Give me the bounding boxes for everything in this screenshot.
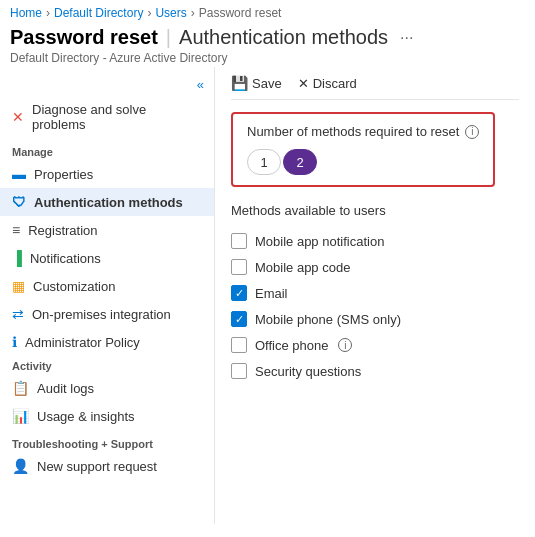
method-security-questions-label: Security questions [255,364,361,379]
registration-icon: ≡ [12,222,20,238]
main-layout: « ✕ Diagnose and solve problems Manage ▬… [0,67,535,524]
checkbox-security-questions[interactable] [231,363,247,379]
notifications-icon: ▐ [12,250,22,266]
sidebar-properties-label: Properties [34,167,93,182]
methods-required-label: Number of methods required to reset i [247,124,479,139]
sidebar-audit-label: Audit logs [37,381,94,396]
sidebar-collapse-button[interactable]: « [0,73,214,96]
sidebar-item-auth-methods[interactable]: 🛡 Authentication methods [0,188,214,216]
sidebar-support-label: Troubleshooting + Support [0,430,214,452]
diagnose-icon: ✕ [12,109,24,125]
discard-icon: ✕ [298,76,309,91]
sidebar-notifications-label: Notifications [30,251,101,266]
method-email-label: Email [255,286,288,301]
method-mobile-phone: Mobile phone (SMS only) [231,306,519,332]
sidebar-item-policy[interactable]: ℹ Administrator Policy [0,328,214,356]
page-header: Password reset | Authentication methods … [0,22,535,67]
method-email: Email [231,280,519,306]
sidebar-auth-label: Authentication methods [34,195,183,210]
sidebar-item-audit[interactable]: 📋 Audit logs [0,374,214,402]
sidebar-diagnose-label: Diagnose and solve problems [32,102,202,132]
auth-methods-icon: 🛡 [12,194,26,210]
sidebar-item-notifications[interactable]: ▐ Notifications [0,244,214,272]
sidebar-registration-label: Registration [28,223,97,238]
support-icon: 👤 [12,458,29,474]
audit-icon: 📋 [12,380,29,396]
sidebar-item-usage[interactable]: 📊 Usage & insights [0,402,214,430]
sidebar-usage-label: Usage & insights [37,409,135,424]
sidebar: « ✕ Diagnose and solve problems Manage ▬… [0,67,215,524]
breadcrumb-directory[interactable]: Default Directory [54,6,143,20]
page-description: Default Directory - Azure Active Directo… [10,51,525,65]
checkbox-email[interactable] [231,285,247,301]
method-security-questions: Security questions [231,358,519,384]
discard-label: Discard [313,76,357,91]
methods-required-info-icon[interactable]: i [465,125,479,139]
method-mobile-app-notification-label: Mobile app notification [255,234,384,249]
sidebar-customization-label: Customization [33,279,115,294]
method-mobile-app-code-label: Mobile app code [255,260,350,275]
method-mobile-phone-label: Mobile phone (SMS only) [255,312,401,327]
breadcrumb-home[interactable]: Home [10,6,42,20]
save-icon: 💾 [231,75,248,91]
sidebar-onprem-label: On-premises integration [32,307,171,322]
ellipsis-button[interactable]: ··· [396,27,417,49]
discard-button[interactable]: ✕ Discard [298,76,357,91]
save-label: Save [252,76,282,91]
sidebar-item-properties[interactable]: ▬ Properties [0,160,214,188]
sidebar-manage-label: Manage [0,138,214,160]
onprem-icon: ⇄ [12,306,24,322]
sidebar-item-registration[interactable]: ≡ Registration [0,216,214,244]
method-mobile-app-notification: Mobile app notification [231,228,519,254]
methods-required-box: Number of methods required to reset i 1 … [231,112,495,187]
sidebar-item-onprem[interactable]: ⇄ On-premises integration [0,300,214,328]
methods-available-title: Methods available to users [231,203,519,218]
content-area: 💾 Save ✕ Discard Number of methods requi… [215,67,535,524]
sidebar-item-support[interactable]: 👤 New support request [0,452,214,480]
checkbox-office-phone[interactable] [231,337,247,353]
toggle-option-2[interactable]: 2 [283,149,317,175]
method-office-phone: Office phone i [231,332,519,358]
sidebar-activity-label: Activity [0,356,214,374]
checkbox-mobile-app-notification[interactable] [231,233,247,249]
page-subtitle-text: Authentication methods [179,26,388,49]
office-phone-info-icon[interactable]: i [338,338,352,352]
breadcrumb-users[interactable]: Users [155,6,186,20]
sidebar-support-item-label: New support request [37,459,157,474]
sidebar-item-diagnose[interactable]: ✕ Diagnose and solve problems [0,96,214,138]
toggle-row: 1 2 [247,149,479,175]
checkbox-mobile-phone[interactable] [231,311,247,327]
customization-icon: ▦ [12,278,25,294]
sidebar-item-customization[interactable]: ▦ Customization [0,272,214,300]
method-mobile-app-code: Mobile app code [231,254,519,280]
method-office-phone-label: Office phone [255,338,328,353]
properties-icon: ▬ [12,166,26,182]
toolbar: 💾 Save ✕ Discard [231,75,519,100]
breadcrumb-current: Password reset [199,6,282,20]
save-button[interactable]: 💾 Save [231,75,282,91]
policy-icon: ℹ [12,334,17,350]
page-title: Password reset [10,26,158,49]
checkbox-mobile-app-code[interactable] [231,259,247,275]
usage-icon: 📊 [12,408,29,424]
toggle-option-1[interactable]: 1 [247,149,281,175]
breadcrumb: Home › Default Directory › Users › Passw… [0,0,535,22]
sidebar-policy-label: Administrator Policy [25,335,140,350]
